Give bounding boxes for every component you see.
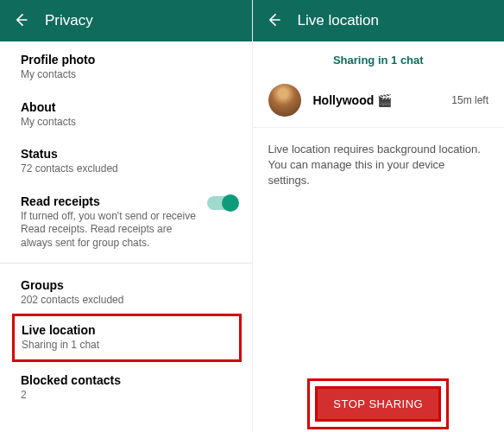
privacy-title: Privacy: [45, 12, 93, 29]
groups-label: Groups: [21, 278, 236, 292]
read-receipts-sub: If turned off, you won't send or receive…: [21, 210, 197, 251]
chat-row[interactable]: Hollywood 🎬 15m left: [253, 77, 505, 128]
stop-sharing-highlight: STOP SHARING: [253, 386, 505, 422]
blocked-contacts-item[interactable]: Blocked contacts 2: [21, 362, 236, 410]
chat-time-left: 15m left: [451, 94, 488, 106]
back-icon[interactable]: [265, 11, 282, 31]
about-sub: My contacts: [21, 116, 236, 130]
blocked-contacts-sub: 2: [21, 389, 236, 403]
about-label: About: [21, 100, 236, 114]
stop-sharing-button[interactable]: STOP SHARING: [315, 386, 441, 422]
live-location-label: Live location: [22, 323, 232, 337]
groups-item[interactable]: Groups 202 contacts excluded: [21, 267, 236, 314]
status-label: Status: [21, 147, 236, 161]
privacy-header: Privacy: [0, 0, 252, 41]
live-location-highlight: Live location Sharing in 1 chat: [12, 314, 242, 362]
read-receipts-item[interactable]: Read receipts If turned off, you won't s…: [21, 183, 236, 257]
read-receipts-label: Read receipts: [21, 194, 197, 208]
live-location-header: Live location: [253, 0, 505, 41]
chat-name: Hollywood 🎬: [313, 93, 440, 107]
groups-sub: 202 contacts excluded: [21, 294, 236, 308]
live-location-sub: Sharing in 1 chat: [22, 339, 232, 353]
live-location-title: Live location: [298, 12, 380, 29]
about-item[interactable]: About My contacts: [21, 89, 236, 137]
sharing-status: Sharing in 1 chat: [253, 41, 505, 77]
info-text: Live location requires background locati…: [253, 128, 505, 203]
live-location-item[interactable]: Live location Sharing in 1 chat: [22, 321, 232, 354]
profile-photo-label: Profile photo: [21, 53, 236, 67]
divider: [0, 263, 252, 264]
profile-photo-item[interactable]: Profile photo My contacts: [21, 41, 236, 89]
blocked-contacts-label: Blocked contacts: [21, 373, 236, 387]
status-item[interactable]: Status 72 contacts excluded: [21, 136, 236, 183]
status-sub: 72 contacts excluded: [21, 162, 236, 176]
read-receipts-toggle[interactable]: [207, 196, 236, 210]
avatar: [268, 84, 301, 117]
profile-photo-sub: My contacts: [21, 68, 236, 82]
back-icon[interactable]: [12, 11, 29, 31]
